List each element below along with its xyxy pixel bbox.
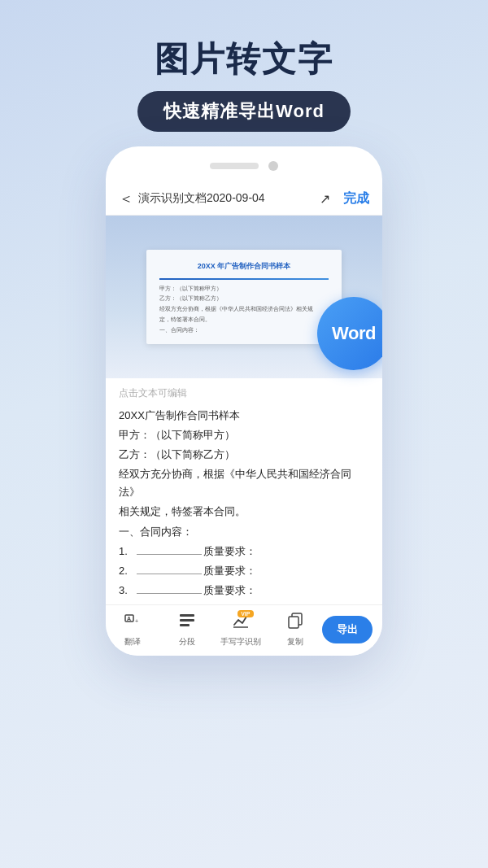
edit-hint: 点击文本可编辑 [119,386,369,400]
export-button[interactable]: 导出 [322,616,373,643]
word-badge-text: Word [332,323,376,344]
ocr-line-4[interactable]: 经双方充分协商，根据《中华人民共和国经济合同法》 [119,465,369,501]
ocr-line-6[interactable]: 一、合同内容： [119,523,369,541]
ocr-text-content[interactable]: 20XX广告制作合同书样本 甲方：（以下简称甲方） 乙方：（以下简称乙方） 经双… [119,407,369,600]
svg-rect-8 [289,617,298,628]
ocr-line-8[interactable]: 2. 质量要求： [119,562,369,580]
doc-title-text: 演示识别文档2020-09-04 [138,191,320,206]
translate-icon: A + [124,612,142,634]
top-section: 图片转文字 快速精准导出Word [0,0,488,151]
svg-text:+: + [135,618,138,624]
svg-rect-4 [180,619,194,622]
word-badge: Word [317,297,382,370]
blank-1 [137,554,202,555]
doc-paper-line-5: 一、合同内容： [159,326,329,334]
blank-2 [137,574,202,574]
doc-paper-line-4: 定，特签署本合同。 [159,316,329,324]
text-edit-area[interactable]: 点击文本可编辑 20XX广告制作合同书样本 甲方：（以下简称甲方） 乙方：（以下… [106,378,382,604]
phone-mockup: ＜ 演示识别文档2020-09-04 ↗ 完成 20XX 年广告制作合同书样本 … [106,146,382,656]
toolbar-item-translate[interactable]: A + 翻译 [106,612,160,648]
toolbar-item-handwriting[interactable]: VIP 手写字识别 [214,612,268,648]
doc-paper-title: 20XX 年广告制作合同书样本 [159,261,329,272]
phone-body: ＜ 演示识别文档2020-09-04 ↗ 完成 20XX 年广告制作合同书样本 … [106,146,382,656]
phone-camera [268,161,278,171]
back-arrow-icon[interactable]: ＜ [119,189,133,208]
handwriting-label: 手写字识别 [220,636,261,648]
ocr-line-3[interactable]: 乙方：（以下简称乙方） [119,446,369,464]
share-icon[interactable]: ↗ [320,191,330,207]
svg-rect-3 [180,614,194,617]
ocr-line-1[interactable]: 20XX广告制作合同书样本 [119,407,369,425]
ocr-line-2[interactable]: 甲方：（以下简称甲方） [119,426,369,444]
doc-image-area: 20XX 年广告制作合同书样本 甲方：（以下简称甲方） 乙方：（以下简称乙方） … [106,216,382,378]
ocr-line-5[interactable]: 相关规定，特签署本合同。 [119,503,369,521]
phone-topbar [106,161,382,182]
subtitle-pill: 快速精准导出Word [137,91,351,132]
doc-paper-line-1: 甲方：（以下简称甲方） [159,285,329,293]
vip-badge: VIP [237,610,253,617]
doc-paper-line-3: 经双方充分协商，根据《中华人民共和国经济合同法》相关规 [159,305,329,313]
toolbar-item-copy[interactable]: 复制 [268,612,323,648]
main-title: 图片转文字 [0,39,488,80]
svg-text:A: A [127,616,131,622]
ocr-line-7[interactable]: 1. 质量要求： [119,543,369,560]
done-button[interactable]: 完成 [343,190,369,207]
doc-paper-line-2: 乙方：（以下简称乙方） [159,294,329,303]
doc-blue-line [159,278,329,280]
bottom-toolbar: A + 翻译 分段 VIP [106,604,382,656]
toolbar-item-segment[interactable]: 分段 [160,612,215,648]
translate-label: 翻译 [124,636,141,648]
segment-label: 分段 [179,636,195,648]
phone-speaker [210,163,259,169]
copy-label: 复制 [287,636,303,648]
copy-icon [286,612,304,634]
doc-paper: 20XX 年广告制作合同书样本 甲方：（以下简称甲方） 乙方：（以下简称乙方） … [146,250,342,345]
svg-rect-5 [180,624,190,626]
app-header: ＜ 演示识别文档2020-09-04 ↗ 完成 [106,182,382,216]
segment-icon [178,612,196,634]
ocr-line-9[interactable]: 3. 质量要求： [119,582,369,600]
blank-3 [137,593,202,594]
